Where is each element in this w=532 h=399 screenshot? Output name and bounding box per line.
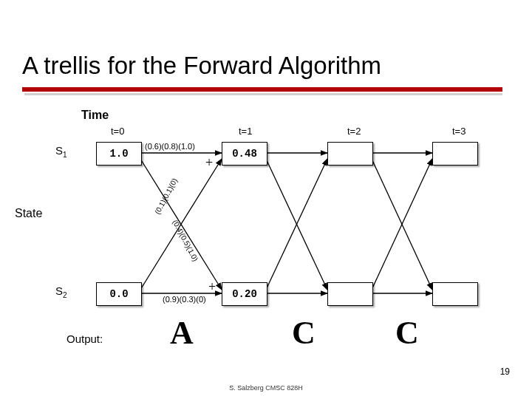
- state-s2-sub: 2: [63, 291, 67, 299]
- state-label: State: [15, 207, 42, 220]
- node-s2-t1: 0.20: [222, 282, 267, 306]
- node-s2-t0: 0.0: [96, 282, 142, 306]
- edge-label-s1-s2: (0.4)(0.5)(1.0): [171, 219, 200, 263]
- node-s1-t1: 0.48: [222, 142, 267, 166]
- title-underline: [22, 87, 502, 92]
- edge-label-s2-s1: (0.1)(0.1)(0): [153, 177, 179, 215]
- node-s1-t2: [327, 142, 373, 166]
- title-underline-shadow: [24, 93, 502, 95]
- state-s1-sub: 1: [63, 151, 67, 159]
- slide-number: 19: [500, 366, 510, 377]
- time-t1-label: t=1: [239, 126, 252, 137]
- svg-line-10: [372, 159, 432, 290]
- node-s2-t2: [327, 282, 373, 306]
- output-t2: C: [292, 314, 316, 352]
- svg-line-7: [266, 159, 327, 290]
- time-label: Time: [81, 109, 109, 122]
- time-t3-label: t=3: [452, 126, 466, 137]
- state-s1-label: S1: [55, 144, 67, 159]
- edge-label-s2-s2: (0.9)(0.3)(0): [163, 295, 206, 304]
- state-s1-sym: S: [55, 144, 63, 157]
- output-t3: C: [395, 314, 419, 352]
- slide-footer: S. Salzberg CMSC 828H: [0, 384, 532, 392]
- time-t2-label: t=2: [347, 126, 361, 137]
- plus-s1: +: [205, 155, 213, 171]
- node-s2-t3: [432, 282, 478, 306]
- svg-line-11: [372, 159, 432, 290]
- plus-s2: +: [208, 279, 216, 295]
- state-s2-sym: S: [55, 284, 63, 297]
- slide-title: A trellis for the Forward Algorithm: [22, 52, 381, 80]
- state-s2-label: S2: [55, 284, 67, 299]
- output-label: Output:: [66, 332, 103, 345]
- time-t0-label: t=0: [111, 126, 124, 137]
- node-s1-t3: [432, 142, 478, 166]
- svg-line-6: [266, 159, 327, 290]
- edge-label-s1-s1: (0.6)(0.8)(1.0): [145, 142, 195, 151]
- node-s1-t0: 1.0: [96, 142, 142, 166]
- output-t1: A: [170, 314, 194, 352]
